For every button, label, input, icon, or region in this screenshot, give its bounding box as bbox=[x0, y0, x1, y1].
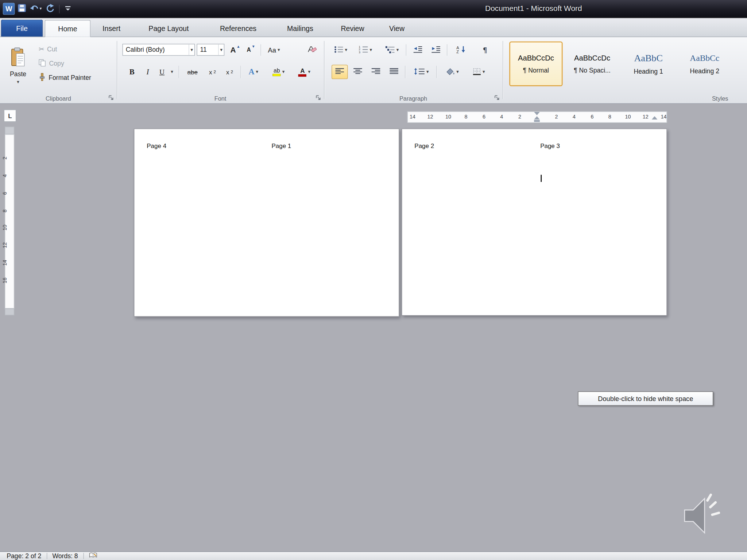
ruler-tab-selector[interactable]: L bbox=[4, 109, 16, 122]
redo-icon bbox=[46, 4, 55, 14]
chevron-down-icon: ▾ bbox=[308, 70, 310, 74]
highlight-button[interactable]: ab ▾ bbox=[267, 65, 290, 79]
button-separator bbox=[436, 66, 437, 78]
decrease-indent-button[interactable] bbox=[410, 44, 426, 56]
paragraph-group: ▾ 123 ▾ ▾ AZ ¶ bbox=[324, 37, 503, 104]
word-logo-icon[interactable]: W bbox=[3, 3, 15, 15]
first-line-indent-marker[interactable] bbox=[534, 112, 540, 115]
styles-group: AaBbCcDc ¶ Normal AaBbCcDc ¶ No Spaci...… bbox=[503, 37, 747, 104]
tab-mailings[interactable]: Mailings bbox=[271, 20, 329, 37]
bold-button[interactable]: B bbox=[125, 65, 139, 79]
subscript-button[interactable]: x2 bbox=[205, 65, 220, 79]
borders-button[interactable]: ▾ bbox=[467, 65, 491, 79]
style-card-no-spacing[interactable]: AaBbCcDc ¶ No Spaci... bbox=[565, 42, 619, 86]
align-right-button[interactable] bbox=[368, 65, 384, 79]
style-card-heading2[interactable]: AaBbCc Heading 2 bbox=[678, 42, 731, 86]
subscript-digit: 2 bbox=[213, 70, 216, 74]
multilevel-list-button[interactable]: ▾ bbox=[381, 44, 403, 56]
ruler-number: 2 bbox=[551, 114, 561, 120]
increase-indent-button[interactable] bbox=[428, 44, 444, 56]
style-card-heading1[interactable]: AaBbC Heading 1 bbox=[622, 42, 675, 86]
align-left-button[interactable] bbox=[332, 65, 348, 79]
underline-button[interactable]: U bbox=[156, 65, 167, 79]
text-effects-button[interactable]: A ▾ bbox=[244, 65, 263, 79]
font-dialog-launcher[interactable] bbox=[315, 94, 321, 101]
tab-page-layout[interactable]: Page Layout bbox=[132, 20, 205, 37]
font-size-combo[interactable]: 11 ▾ bbox=[197, 44, 224, 56]
chevron-down-icon: ▾ bbox=[256, 70, 259, 74]
clear-formatting-button[interactable] bbox=[305, 44, 319, 56]
text-cursor bbox=[541, 175, 542, 182]
undo-button[interactable]: ▾ bbox=[29, 3, 43, 14]
tab-home[interactable]: Home bbox=[45, 20, 90, 37]
ruler-number: 12 bbox=[641, 114, 650, 120]
font-color-button[interactable]: A ▾ bbox=[294, 65, 316, 79]
styles-group-label: Styles bbox=[693, 95, 747, 102]
document-sheet[interactable]: Page 2 Page 3 bbox=[402, 129, 667, 316]
shrink-font-label: A bbox=[247, 47, 251, 53]
justify-icon bbox=[389, 67, 399, 76]
save-icon bbox=[18, 4, 26, 14]
ruler-number: 8 bbox=[605, 114, 615, 120]
document-sheet[interactable]: Page 4 Page 1 bbox=[134, 129, 399, 317]
paste-button[interactable]: Paste ▾ bbox=[4, 41, 32, 90]
page-label: Page 1 bbox=[271, 143, 291, 150]
align-center-button[interactable] bbox=[350, 65, 366, 79]
font-name-combo[interactable]: Calibri (Body) ▾ bbox=[123, 44, 195, 56]
hanging-indent-marker[interactable] bbox=[534, 116, 540, 120]
scissors-icon: ✂ bbox=[39, 45, 44, 53]
ribbon: Paste ▾ ✂ Cut Copy Format Painter Clipbo… bbox=[0, 37, 747, 104]
chevron-down-icon: ▾ bbox=[396, 48, 399, 52]
clipboard-dialog-launcher[interactable] bbox=[108, 94, 114, 101]
pilcrow-icon: ¶ bbox=[483, 46, 487, 54]
italic-button[interactable]: I bbox=[141, 65, 155, 79]
shrink-font-button[interactable]: A ▾ bbox=[243, 44, 258, 56]
sort-icon: AZ bbox=[456, 45, 467, 55]
right-indent-marker[interactable] bbox=[652, 116, 658, 120]
borders-icon bbox=[473, 67, 481, 77]
left-indent-marker[interactable] bbox=[534, 120, 540, 122]
numbering-icon: 123 bbox=[359, 45, 368, 55]
status-bar: Page: 2 of 2 Words: 8 bbox=[0, 551, 747, 560]
align-center-icon bbox=[353, 67, 363, 76]
bullets-button[interactable]: ▾ bbox=[330, 44, 352, 56]
grow-font-button[interactable]: A ▴ bbox=[227, 44, 243, 56]
qat-customize-icon bbox=[65, 4, 71, 13]
cut-button[interactable]: ✂ Cut bbox=[35, 43, 113, 55]
tab-review[interactable]: Review bbox=[329, 20, 376, 37]
paragraph-group-label: Paragraph bbox=[324, 95, 503, 102]
justify-button[interactable] bbox=[386, 65, 402, 79]
sort-button[interactable]: AZ bbox=[452, 44, 471, 56]
copy-button[interactable]: Copy bbox=[35, 57, 113, 70]
font-color-bar bbox=[298, 74, 306, 77]
status-words[interactable]: Words: 8 bbox=[52, 552, 78, 560]
tab-file[interactable]: File bbox=[1, 20, 43, 37]
proofing-status-icon[interactable] bbox=[89, 552, 97, 560]
highlight-color-bar bbox=[273, 74, 281, 76]
status-page[interactable]: Page: 2 of 2 bbox=[7, 552, 41, 560]
numbering-button[interactable]: 123 ▾ bbox=[355, 44, 376, 56]
qat-separator bbox=[59, 4, 59, 13]
redo-button[interactable] bbox=[44, 3, 55, 14]
line-spacing-button[interactable]: ▾ bbox=[409, 65, 434, 79]
underline-dropdown[interactable]: ▾ bbox=[169, 65, 175, 79]
svg-text:Z: Z bbox=[456, 50, 459, 54]
format-painter-button[interactable]: Format Painter bbox=[35, 71, 113, 84]
paragraph-dialog-launcher[interactable] bbox=[494, 94, 500, 101]
style-name: Heading 1 bbox=[634, 68, 663, 75]
save-button[interactable] bbox=[17, 3, 27, 14]
change-case-label: Aa bbox=[268, 46, 276, 54]
strikethrough-button[interactable]: abe bbox=[182, 65, 203, 79]
paste-label: Paste bbox=[10, 70, 26, 78]
superscript-button[interactable]: x2 bbox=[222, 65, 237, 79]
show-paragraph-marks-button[interactable]: ¶ bbox=[476, 44, 494, 56]
style-card-partial[interactable]: A bbox=[734, 42, 747, 86]
tab-references[interactable]: References bbox=[205, 20, 272, 37]
tab-insert[interactable]: Insert bbox=[90, 20, 132, 37]
multilevel-list-icon bbox=[386, 46, 395, 55]
qat-customize-button[interactable] bbox=[63, 3, 73, 14]
shading-button[interactable]: ▾ bbox=[440, 65, 464, 79]
change-case-button[interactable]: Aa ▾ bbox=[263, 44, 284, 56]
style-card-normal[interactable]: AaBbCcDc ¶ Normal bbox=[509, 42, 562, 86]
tab-view[interactable]: View bbox=[376, 20, 417, 37]
